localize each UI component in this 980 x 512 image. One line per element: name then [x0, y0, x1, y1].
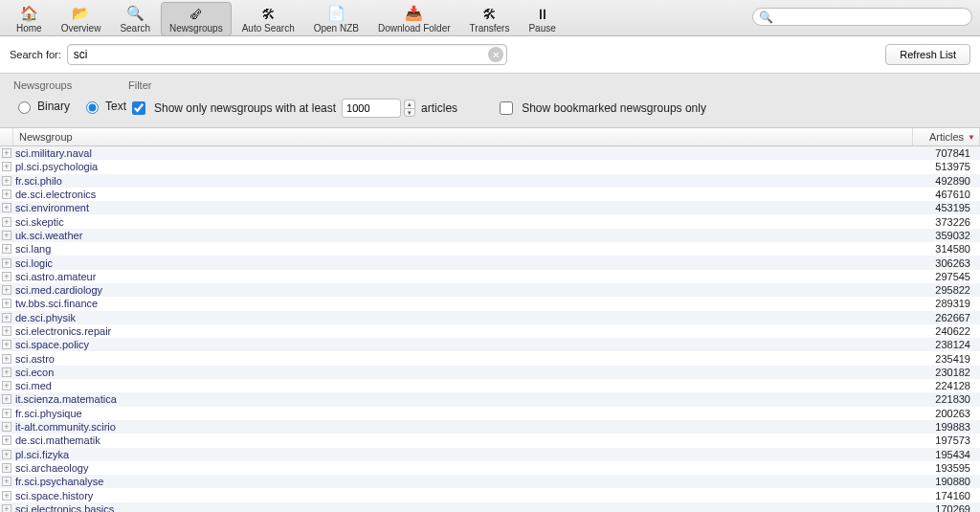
atleast-checkbox[interactable]	[132, 101, 145, 115]
table-row[interactable]: +sci.environment453195	[0, 201, 980, 214]
expand-row-icon[interactable]: +	[0, 313, 13, 323]
expand-row-icon[interactable]: +	[0, 367, 13, 377]
overview-icon: 📂	[73, 5, 90, 22]
toolbar-transfers-button[interactable]: 🛠Transfers	[461, 2, 519, 36]
radio-text-input[interactable]	[86, 101, 99, 114]
expand-row-icon[interactable]: +	[0, 450, 13, 459]
table-row[interactable]: +fr.sci.physique200263	[0, 407, 980, 420]
table-row[interactable]: +uk.sci.weather359032	[0, 229, 980, 242]
article-count: 492890	[913, 175, 980, 187]
col-articles-label: Articles	[929, 131, 964, 143]
col-newsgroup[interactable]: Newsgroup	[13, 128, 913, 145]
expand-row-icon[interactable]: +	[0, 504, 13, 512]
expand-row-icon[interactable]: +	[0, 148, 13, 158]
table-row[interactable]: +sci.econ230182	[0, 366, 980, 379]
expand-row-icon[interactable]: +	[0, 463, 13, 473]
expand-row-icon[interactable]: +	[0, 244, 13, 254]
article-count: 240622	[913, 325, 980, 337]
table-row[interactable]: +de.sci.physik262667	[0, 311, 980, 324]
table-row[interactable]: +sci.astro235419	[0, 351, 980, 365]
bookmarked-checkbox[interactable]	[500, 101, 513, 115]
table-row[interactable]: +sci.lang314580	[0, 242, 980, 256]
table-body[interactable]: +sci.military.naval707841+pl.sci.psychol…	[0, 146, 980, 512]
expand-row-icon[interactable]: +	[0, 217, 13, 227]
toolbar-pause-button[interactable]: ⏸Pause	[520, 2, 564, 36]
table-row[interactable]: +sci.military.naval707841	[0, 146, 980, 160]
table-row[interactable]: +sci.space.history174160	[0, 488, 980, 501]
expand-row-icon[interactable]: +	[0, 189, 13, 199]
toolbar-button-label: Open NZB	[314, 23, 359, 33]
stepper-up-icon[interactable]: ▴	[404, 100, 415, 108]
toolbar-newsgroups-button[interactable]: 🗞Newsgroups	[161, 2, 232, 36]
expand-row-icon[interactable]: +	[0, 285, 13, 295]
expand-row-icon[interactable]: +	[0, 272, 13, 281]
newsgroup-name: fr.sci.psychanalyse	[13, 476, 913, 487]
toolbar-overview-button[interactable]: 📂Overview	[53, 2, 110, 36]
table-row[interactable]: +sci.logic306263	[0, 256, 980, 269]
search-for-input[interactable]	[67, 44, 507, 65]
expand-row-icon[interactable]: +	[0, 381, 13, 390]
table-row[interactable]: +sci.astro.amateur297545	[0, 270, 980, 283]
newsgroup-table: Newsgroup Articles ▼ +sci.military.naval…	[0, 128, 980, 512]
newsgroup-name: it-alt.community.scirio	[13, 421, 913, 433]
toolbar-auto-search-button[interactable]: 🛠Auto Search	[234, 2, 303, 36]
expand-row-icon[interactable]: +	[0, 299, 13, 308]
expand-row-icon[interactable]: +	[0, 340, 13, 349]
radio-binary[interactable]: Binary	[13, 99, 70, 114]
expand-row-icon[interactable]: +	[0, 326, 13, 336]
col-expand[interactable]	[0, 128, 13, 145]
expand-row-icon[interactable]: +	[0, 354, 13, 364]
table-header: Newsgroup Articles ▼	[0, 128, 980, 146]
expand-row-icon[interactable]: +	[0, 231, 13, 240]
table-row[interactable]: +sci.skeptic373226	[0, 214, 980, 228]
atleast-stepper[interactable]: ▴▾	[404, 100, 415, 117]
table-row[interactable]: +sci.electronics.basics170269	[0, 502, 980, 512]
table-row[interactable]: +tw.bbs.sci.finance289319	[0, 297, 980, 310]
stepper-down-icon[interactable]: ▾	[404, 108, 415, 117]
expand-row-icon[interactable]: +	[0, 422, 13, 432]
table-row[interactable]: +sci.space.policy238124	[0, 338, 980, 351]
toolbar-search-input[interactable]	[777, 11, 966, 24]
radio-text[interactable]: Text	[81, 99, 126, 114]
refresh-list-button[interactable]: Refresh List	[885, 44, 970, 65]
table-row[interactable]: +fr.sci.philo492890	[0, 174, 980, 188]
article-count: 199883	[913, 421, 980, 433]
radio-binary-input[interactable]	[18, 101, 31, 114]
search-icon: 🔍	[759, 11, 773, 24]
expand-row-icon[interactable]: +	[0, 409, 13, 418]
expand-row-icon[interactable]: +	[0, 491, 13, 501]
table-row[interactable]: +sci.archaeology193595	[0, 461, 980, 475]
table-row[interactable]: +pl.sci.psychologia513975	[0, 160, 980, 173]
table-row[interactable]: +sci.electronics.repair240622	[0, 324, 980, 338]
table-row[interactable]: +fr.sci.psychanalyse190880	[0, 475, 980, 488]
table-row[interactable]: +it-alt.community.scirio199883	[0, 420, 980, 434]
article-count: 453195	[913, 202, 980, 213]
table-row[interactable]: +sci.med224128	[0, 379, 980, 392]
expand-row-icon[interactable]: +	[0, 203, 13, 212]
atleast-value-input[interactable]	[342, 99, 401, 118]
table-row[interactable]: +de.sci.mathematik197573	[0, 434, 980, 447]
expand-row-icon[interactable]: +	[0, 258, 13, 268]
table-row[interactable]: +it.scienza.matematica221830	[0, 392, 980, 406]
search-for-row: Search for: ✕ Refresh List	[0, 36, 980, 74]
clear-search-icon[interactable]: ✕	[488, 47, 503, 62]
expand-row-icon[interactable]: +	[0, 435, 13, 445]
toolbar-download-folder-button[interactable]: 📥Download Folder	[369, 2, 459, 36]
toolbar-open-nzb-button[interactable]: 📄Open NZB	[305, 2, 368, 36]
expand-row-icon[interactable]: +	[0, 162, 13, 171]
expand-row-icon[interactable]: +	[0, 394, 13, 404]
toolbar-search-box[interactable]: 🔍	[752, 8, 972, 26]
expand-row-icon[interactable]: +	[0, 176, 13, 186]
radio-text-label: Text	[105, 100, 126, 113]
expand-row-icon[interactable]: +	[0, 477, 13, 486]
table-row[interactable]: +pl.sci.fizyka195434	[0, 448, 980, 461]
newsgroup-name: sci.environment	[13, 202, 913, 213]
article-count: 306263	[913, 257, 980, 269]
toolbar-search-button[interactable]: 🔍Search	[111, 2, 159, 36]
toolbar-home-button[interactable]: 🏠Home	[8, 2, 51, 36]
table-row[interactable]: +sci.med.cardiology295822	[0, 283, 980, 297]
table-row[interactable]: +de.sci.electronics467610	[0, 188, 980, 201]
bookmarked-label: Show bookmarked newsgroups only	[522, 101, 706, 115]
col-articles[interactable]: Articles ▼	[913, 128, 980, 145]
article-count: 359032	[913, 230, 980, 241]
